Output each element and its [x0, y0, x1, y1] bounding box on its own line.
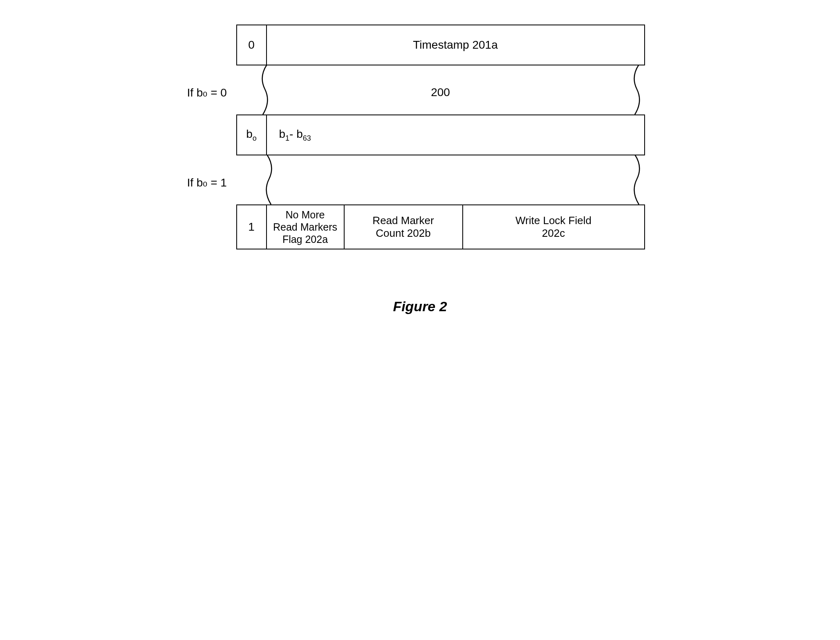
row1-field: Timestamp 201a — [413, 38, 498, 52]
connector-top-right — [629, 65, 645, 115]
figure-caption: Figure 2 — [195, 299, 645, 314]
row3-field2: Read Marker Count 202b — [372, 214, 434, 240]
row1-bit: 0 — [248, 38, 255, 52]
row2-field-cell: b1- b63 — [267, 115, 645, 155]
row3-field2-cell: Read Marker Count 202b — [345, 204, 463, 249]
row3-field1: No More Read Markers Flag 202a — [273, 209, 337, 245]
row3-field3-cell: Write Lock Field 202c — [463, 204, 645, 249]
connector-bot-right — [629, 155, 645, 205]
connector-top-left — [253, 65, 277, 115]
condition0-label: If b₀ = 0 — [187, 86, 227, 99]
row1-bit-cell: 0 — [236, 25, 267, 65]
row2-bit-cell: bo — [236, 115, 267, 155]
diagram: 0 Timestamp 201a If b₀ = 0 200 bo b1- b6… — [195, 25, 645, 314]
row3-bit: 1 — [248, 220, 255, 234]
connector-bot-left — [253, 155, 277, 205]
ref200: 200 — [431, 86, 450, 99]
row1-field-cell: Timestamp 201a — [267, 25, 645, 65]
row3-field3: Write Lock Field 202c — [515, 214, 591, 240]
row3-field1-cell: No More Read Markers Flag 202a — [267, 204, 345, 249]
row2-bit: bo — [246, 128, 257, 143]
condition1-label: If b₀ = 1 — [187, 176, 227, 189]
row2-range: b1- b63 — [279, 128, 311, 143]
row3-bit-cell: 1 — [236, 204, 267, 249]
